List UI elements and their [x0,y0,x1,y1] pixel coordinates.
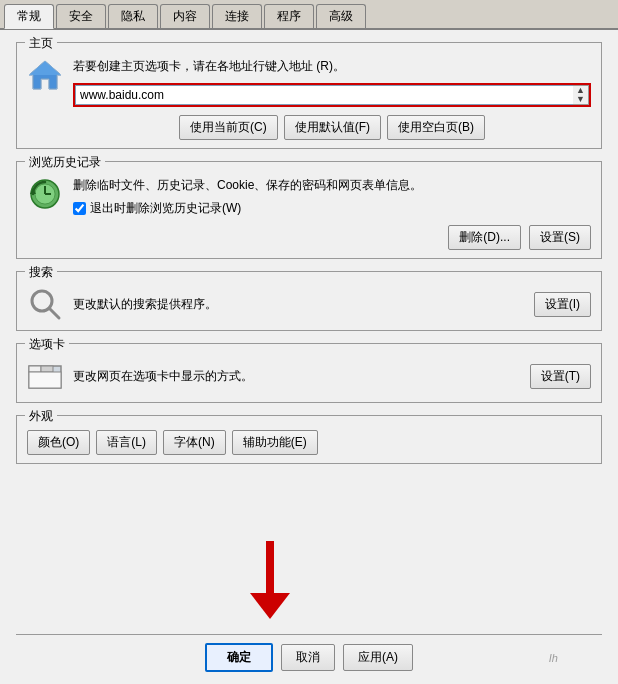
color-btn[interactable]: 颜色(O) [27,430,90,455]
tab-privacy[interactable]: 隐私 [108,4,158,28]
svg-marker-15 [250,593,290,619]
font-btn[interactable]: 字体(N) [163,430,226,455]
history-inner: 删除临时文件、历史记录、Cookie、保存的密码和网页表单信息。 退出时删除浏览… [27,176,591,250]
tabs-icon [27,358,63,394]
bottom-buttons: 确定 取消 应用(A) [16,643,602,672]
url-input[interactable] [75,85,573,105]
scroll-down-arrow[interactable]: ▼ [576,95,585,104]
tab-advanced[interactable]: 高级 [316,4,366,28]
svg-rect-11 [29,366,41,372]
checkbox-label: 退出时删除浏览历史记录(W) [90,200,241,217]
tabs-settings-section: 选项卡 更改网页在选项卡中显示的方式。 设置(T) [16,343,602,403]
search-title: 搜索 [25,264,57,281]
homepage-title: 主页 [25,35,57,52]
homepage-inner: 若要创建主页选项卡，请在各地址行键入地址 (R)。 ▲ ▼ 使用当前页(C) 使… [27,57,591,140]
delete-btn[interactable]: 删除(D)... [448,225,521,250]
history-description: 删除临时文件、历史记录、Cookie、保存的密码和网页表单信息。 [73,176,591,194]
tab-programs[interactable]: 程序 [264,4,314,28]
appearance-buttons: 颜色(O) 语言(L) 字体(N) 辅助功能(E) [27,430,591,455]
svg-rect-12 [41,366,53,372]
search-settings-btn[interactable]: 设置(I) [534,292,591,317]
history-section: 浏览历史记录 删除临时文件、历史记录、Cookie、保存的密码和网页 [16,161,602,259]
tabs-description: 更改网页在选项卡中显示的方式。 [73,368,520,385]
ok-button[interactable]: 确定 [205,643,273,672]
cancel-button[interactable]: 取消 [281,644,335,671]
use-default-btn[interactable]: 使用默认值(F) [284,115,381,140]
search-description: 更改默认的搜索提供程序。 [73,296,524,313]
language-btn[interactable]: 语言(L) [96,430,157,455]
tab-content[interactable]: 内容 [160,4,210,28]
use-blank-btn[interactable]: 使用空白页(B) [387,115,485,140]
tab-connection[interactable]: 连接 [212,4,262,28]
url-scrollbar: ▲ ▼ [573,85,589,105]
checkbox-row: 退出时删除浏览历史记录(W) [73,200,591,217]
search-inner: 更改默认的搜索提供程序。 设置(I) [27,286,591,322]
svg-rect-13 [29,372,61,388]
bottom-divider [16,634,602,635]
main-content: 主页 若要创建主页选项卡，请在各地址行键入地址 (R)。 [0,30,618,488]
appearance-section: 外观 颜色(O) 语言(L) 字体(N) 辅助功能(E) [16,415,602,464]
appearance-title: 外观 [25,408,57,425]
dialog: 常规 安全 隐私 内容 连接 程序 高级 主页 若 [0,0,618,684]
history-buttons: 删除(D)... 设置(S) [73,225,591,250]
bottom-area: 确定 取消 应用(A) Ih [0,626,618,684]
search-section: 搜索 更改默认的搜索提供程序。 设置(I) [16,271,602,331]
homepage-description: 若要创建主页选项卡，请在各地址行键入地址 (R)。 [73,57,591,75]
url-container: ▲ ▼ [73,83,591,107]
tabs-inner: 更改网页在选项卡中显示的方式。 设置(T) [27,358,591,394]
homepage-right: 若要创建主页选项卡，请在各地址行键入地址 (R)。 ▲ ▼ 使用当前页(C) 使… [73,57,591,140]
history-right: 删除临时文件、历史记录、Cookie、保存的密码和网页表单信息。 退出时删除浏览… [73,176,591,250]
svg-marker-2 [29,61,61,75]
tab-general[interactable]: 常规 [4,4,54,29]
tab-bar: 常规 安全 隐私 内容 连接 程序 高级 [0,0,618,30]
homepage-buttons: 使用当前页(C) 使用默认值(F) 使用空白页(B) [73,115,591,140]
use-current-btn[interactable]: 使用当前页(C) [179,115,278,140]
history-settings-btn[interactable]: 设置(S) [529,225,591,250]
tabs-settings-btn[interactable]: 设置(T) [530,364,591,389]
watermark: Ih [549,652,558,664]
accessibility-btn[interactable]: 辅助功能(E) [232,430,318,455]
red-arrow [240,541,300,624]
svg-line-9 [49,308,59,318]
home-icon [27,57,63,93]
apply-button[interactable]: 应用(A) [343,644,413,671]
tabs-section-title: 选项卡 [25,336,69,353]
search-icon [27,286,63,322]
history-title: 浏览历史记录 [25,154,105,171]
clear-on-exit-checkbox[interactable] [73,202,86,215]
tab-security[interactable]: 安全 [56,4,106,28]
homepage-section: 主页 若要创建主页选项卡，请在各地址行键入地址 (R)。 [16,42,602,149]
history-icon [27,176,63,212]
